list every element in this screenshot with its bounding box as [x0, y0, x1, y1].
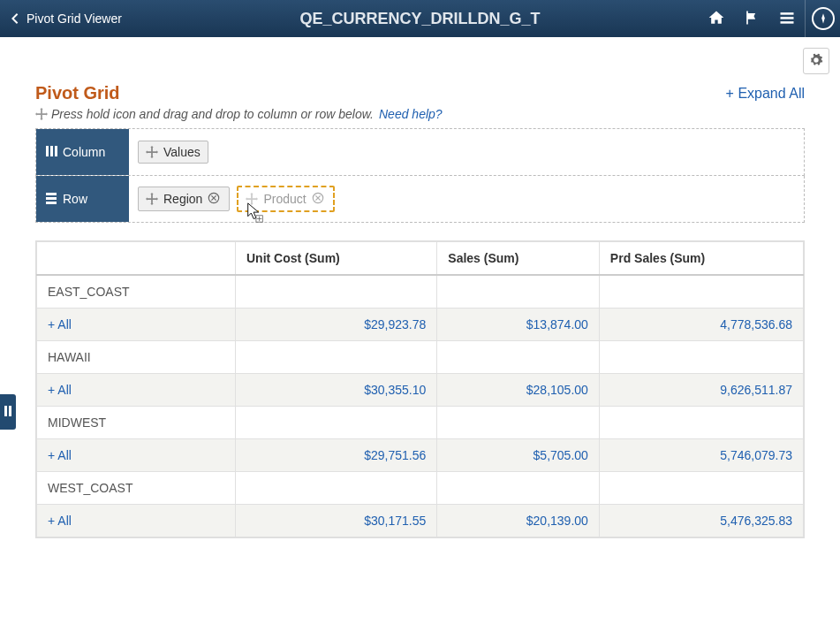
side-panel-handle[interactable] [0, 394, 16, 430]
close-circle-icon [312, 192, 324, 207]
svg-rect-4 [50, 146, 53, 156]
chevron-left-icon [9, 12, 21, 25]
cell-prd-sales[interactable]: 5,746,079.73 [599, 439, 803, 472]
notifications-button[interactable] [734, 0, 769, 37]
col-header-blank [37, 242, 236, 276]
expand-all-cell[interactable]: + All [37, 374, 236, 407]
chip-remove-product[interactable] [310, 191, 326, 207]
table-row: + All$29,923.78$13,874.004,778,536.68 [37, 308, 804, 341]
hamburger-icon [778, 9, 796, 29]
move-icon [146, 193, 158, 205]
region-cell[interactable]: MIDWEST [37, 407, 236, 439]
svg-rect-2 [781, 21, 794, 23]
cell-unit-cost[interactable]: $29,923.78 [236, 308, 437, 341]
svg-rect-5 [55, 146, 57, 156]
table-row: MIDWEST [37, 407, 804, 439]
gear-icon [809, 53, 823, 70]
table-row: EAST_COAST [37, 275, 804, 308]
back-button[interactable]: Pivot Grid Viewer [0, 0, 131, 37]
row-axis-label: Row [36, 176, 129, 222]
cell-prd-sales[interactable]: 5,476,325.83 [599, 505, 803, 537]
compass-icon [812, 7, 835, 30]
cell-sales[interactable]: $13,874.00 [437, 308, 600, 341]
cell-sales[interactable]: $5,705.00 [437, 439, 600, 472]
svg-rect-0 [781, 12, 794, 15]
cell-sales[interactable]: $20,139.00 [437, 505, 600, 537]
move-icon [246, 193, 258, 205]
expand-all-link[interactable]: + Expand All [726, 86, 805, 102]
svg-rect-3 [46, 146, 49, 156]
chip-remove-region[interactable] [206, 191, 222, 207]
col-header-prd-sales[interactable]: Prd Sales (Sum) [599, 242, 803, 276]
cell-unit-cost[interactable]: $30,171.55 [236, 505, 437, 537]
cell-sales[interactable]: $28,105.00 [437, 374, 600, 407]
column-drop-zone[interactable]: Values [129, 129, 217, 175]
page-banner-title: QE_CURRENCY_DRILLDN_G_T [299, 10, 540, 28]
chip-label: Values [163, 145, 201, 159]
table-row: WEST_COAST [37, 472, 804, 505]
close-circle-icon [208, 192, 220, 207]
row-drop-zone[interactable]: Region Product [129, 176, 344, 222]
home-icon [708, 9, 725, 29]
col-header-unit-cost[interactable]: Unit Cost (Sum) [236, 242, 437, 276]
table-row: + All$29,751.56$5,705.005,746,079.73 [37, 439, 804, 472]
pivot-config: Column Values Row Region Product [35, 128, 805, 223]
header-row: Unit Cost (Sum) Sales (Sum) Prd Sales (S… [37, 242, 804, 276]
svg-rect-6 [46, 193, 57, 195]
row-axis-row: Row Region Product [35, 176, 805, 223]
need-help-link[interactable]: Need help? [379, 107, 443, 121]
svg-rect-1 [781, 17, 794, 19]
navigator-button[interactable] [805, 0, 840, 37]
region-cell[interactable]: WEST_COAST [37, 472, 236, 505]
table-row: + All$30,355.10$28,105.009,626,511.87 [37, 374, 804, 407]
move-icon [146, 146, 158, 158]
pause-icon [4, 405, 12, 420]
chip-region[interactable]: Region [138, 187, 230, 211]
expand-all-cell[interactable]: + All [37, 505, 236, 537]
cell-unit-cost[interactable]: $30,355.10 [236, 374, 437, 407]
col-header-sales[interactable]: Sales (Sum) [437, 242, 600, 276]
move-icon [35, 108, 48, 120]
region-cell[interactable]: EAST_COAST [37, 275, 236, 308]
svg-rect-13 [9, 406, 11, 416]
app-banner: Pivot Grid Viewer QE_CURRENCY_DRILLDN_G_… [0, 0, 840, 37]
chip-values[interactable]: Values [138, 141, 208, 164]
table-row: HAWAII [37, 341, 804, 374]
chip-product-ghost[interactable]: Product [237, 186, 334, 212]
svg-rect-7 [46, 197, 57, 200]
svg-rect-12 [4, 406, 7, 416]
region-cell[interactable]: HAWAII [37, 341, 236, 374]
settings-button[interactable] [803, 48, 829, 74]
page-title: Pivot Grid [35, 83, 120, 103]
cell-prd-sales[interactable]: 4,778,536.68 [599, 308, 803, 341]
hint-text: Press hold icon and drag and drop to col… [51, 107, 374, 121]
pivot-grid-table: Unit Cost (Sum) Sales (Sum) Prd Sales (S… [36, 241, 804, 537]
menu-button[interactable] [769, 0, 805, 37]
columns-icon [45, 145, 63, 160]
cell-unit-cost[interactable]: $29,751.56 [236, 439, 437, 472]
column-axis-label: Column [36, 129, 129, 175]
rows-icon [45, 192, 63, 207]
chip-label: Region [163, 192, 202, 206]
back-button-label: Pivot Grid Viewer [26, 11, 122, 26]
column-axis-row: Column Values [35, 128, 805, 176]
flag-icon [743, 9, 761, 29]
cell-prd-sales[interactable]: 9,626,511.87 [599, 374, 803, 407]
home-button[interactable] [699, 0, 734, 37]
svg-rect-8 [46, 202, 57, 204]
expand-all-cell[interactable]: + All [37, 439, 236, 472]
table-row: + All$30,171.55$20,139.005,476,325.83 [37, 505, 804, 537]
chip-label: Product [263, 192, 306, 206]
expand-all-cell[interactable]: + All [37, 308, 236, 341]
